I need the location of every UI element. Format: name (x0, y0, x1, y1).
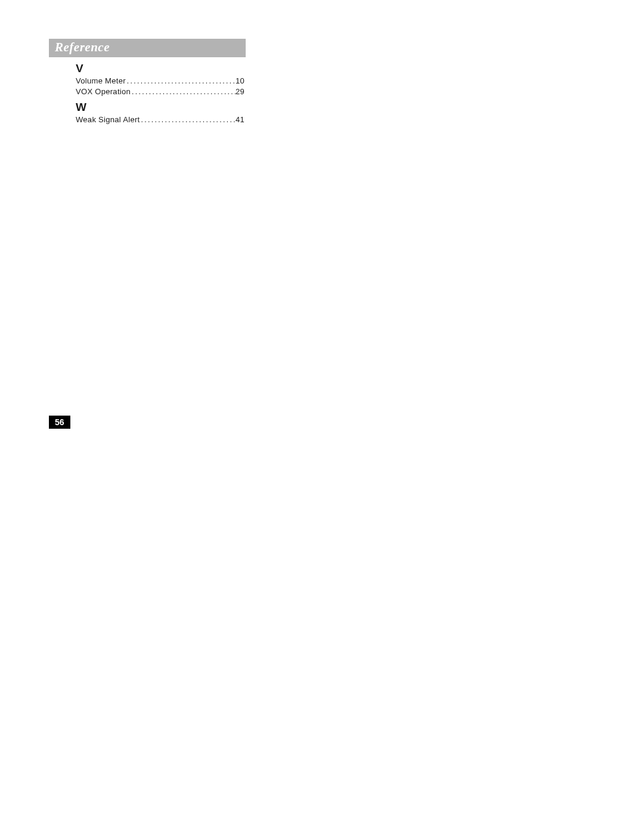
page-number: 56 (49, 416, 70, 429)
leader-dots: ........................................… (131, 88, 236, 97)
leader-dots: ........................................… (140, 116, 235, 125)
index-entry: Weak Signal Alert ......................… (76, 115, 244, 125)
section-header: Reference (49, 39, 246, 57)
page-content: Reference V Volume Meter ...............… (49, 39, 246, 126)
index-entry-label: Volume Meter (76, 76, 126, 86)
index-entry: Volume Meter ...........................… (76, 76, 244, 86)
leader-dots: ........................................… (126, 77, 236, 86)
index-letter-v: V (76, 62, 246, 75)
index-entry-page: 10 (236, 76, 244, 86)
index-entry-page: 41 (236, 115, 244, 125)
index-entry: VOX Operation ..........................… (76, 87, 244, 97)
index-entry-label: Weak Signal Alert (76, 115, 140, 125)
index-content: V Volume Meter .........................… (49, 57, 246, 125)
index-entry-page: 29 (236, 87, 244, 97)
index-entry-label: VOX Operation (76, 87, 131, 97)
index-letter-w: W (76, 101, 246, 114)
